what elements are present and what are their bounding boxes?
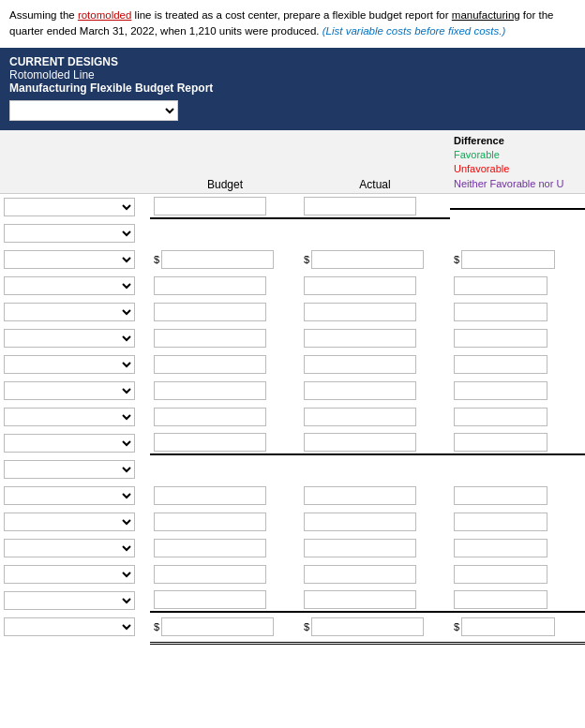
actual-input[interactable]: [304, 565, 416, 584]
dollar-sign: $: [454, 254, 459, 265]
diff-input[interactable]: [454, 513, 548, 531]
actual-input[interactable]: [304, 276, 416, 295]
budget-input[interactable]: [154, 303, 266, 321]
report-header: CURRENT DESIGNS Rotomolded Line Manufact…: [0, 48, 585, 130]
row-category-select[interactable]: [4, 460, 135, 479]
table-row: [0, 535, 585, 561]
row-label-cell: [0, 248, 150, 271]
row-category-select[interactable]: [4, 513, 135, 531]
budget-input[interactable]: [154, 539, 266, 557]
budget-col-header: Budget: [150, 178, 300, 191]
budget-cell: $: [150, 248, 300, 271]
table-row: [0, 483, 585, 509]
budget-table: $ $ $: [0, 194, 585, 645]
budget-input[interactable]: [154, 486, 266, 505]
row-category-select[interactable]: [4, 276, 135, 295]
diff-input[interactable]: [454, 355, 548, 374]
budget-total-input[interactable]: [161, 617, 274, 636]
table-row: [0, 378, 585, 404]
table-row: $ $ $: [0, 246, 585, 273]
period-select[interactable]: [9, 100, 178, 121]
diff-input[interactable]: [454, 408, 548, 426]
actual-input[interactable]: [304, 433, 416, 452]
row-label-cell: [0, 222, 150, 245]
dollar-sign: $: [304, 621, 309, 632]
diff-cell: [450, 231, 585, 235]
rotomolded-keyword: rotomolded: [78, 9, 132, 21]
budget-input[interactable]: [154, 433, 266, 452]
actual-input[interactable]: [304, 408, 416, 426]
table-row: [0, 587, 585, 614]
dollar-sign: $: [154, 621, 159, 632]
diff-input[interactable]: [461, 250, 555, 269]
row-category-select[interactable]: [4, 617, 135, 636]
table-row: [0, 194, 585, 220]
dollar-sign: $: [454, 621, 459, 632]
manufacturing-keyword: manufacturing: [452, 9, 520, 21]
budget-input[interactable]: [154, 329, 266, 348]
row-category-select[interactable]: [4, 408, 135, 426]
dollar-sign: $: [304, 254, 309, 265]
diff-input[interactable]: [454, 565, 548, 584]
table-row: [0, 561, 585, 587]
table-row: [0, 351, 585, 378]
row-category-select[interactable]: [4, 434, 135, 453]
diff-input[interactable]: [454, 329, 548, 348]
budget-input[interactable]: [154, 565, 266, 584]
budget-input[interactable]: [161, 250, 274, 269]
row-label-cell: [0, 196, 150, 218]
diff-input[interactable]: [454, 539, 548, 557]
actual-input[interactable]: [304, 329, 416, 348]
diff-input[interactable]: [454, 276, 548, 295]
actual-input[interactable]: [304, 590, 416, 609]
instruction-italic: (List variable costs before fixed costs.…: [322, 25, 506, 37]
diff-total-input[interactable]: [461, 617, 555, 636]
favorable-label: Favorable: [454, 148, 585, 162]
actual-input[interactable]: [304, 381, 416, 400]
actual-cell: [300, 195, 450, 219]
row-category-select[interactable]: [4, 355, 135, 374]
company-name: CURRENT DESIGNS: [9, 55, 576, 68]
actual-input[interactable]: [311, 250, 424, 269]
row-category-select[interactable]: [4, 591, 135, 610]
actual-input[interactable]: [304, 303, 416, 321]
actual-input[interactable]: [304, 197, 416, 215]
budget-input[interactable]: [154, 513, 266, 531]
row-category-select[interactable]: [4, 329, 135, 348]
actual-input[interactable]: [304, 513, 416, 531]
difference-label: Difference: [454, 134, 585, 148]
row-category-select[interactable]: [4, 224, 135, 243]
actual-input[interactable]: [304, 539, 416, 557]
budget-input[interactable]: [154, 276, 266, 295]
row-category-select[interactable]: [4, 381, 135, 400]
budget-cell: [150, 195, 300, 219]
row-category-select[interactable]: [4, 539, 135, 557]
row-category-select[interactable]: [4, 486, 135, 505]
actual-cell: $: [300, 248, 450, 271]
instructions: Assuming the rotomolded line is treated …: [0, 0, 585, 48]
table-row: [0, 220, 585, 246]
table-row: [0, 404, 585, 430]
diff-input[interactable]: [454, 590, 548, 609]
actual-total-input[interactable]: [311, 617, 424, 636]
budget-input[interactable]: [154, 355, 266, 374]
diff-input[interactable]: [454, 433, 548, 452]
row-category-select[interactable]: [4, 303, 135, 321]
budget-input[interactable]: [154, 197, 266, 215]
diff-input[interactable]: [454, 381, 548, 400]
row-category-select[interactable]: [4, 565, 135, 584]
budget-input[interactable]: [154, 381, 266, 400]
budget-input[interactable]: [154, 408, 266, 426]
row-category-select[interactable]: [4, 198, 135, 216]
actual-input[interactable]: [304, 355, 416, 374]
budget-input[interactable]: [154, 590, 266, 609]
diff-input[interactable]: [454, 303, 548, 321]
row-category-select[interactable]: [4, 250, 135, 269]
table-row: [0, 456, 585, 483]
line-name: Rotomolded Line: [9, 68, 576, 82]
neither-label: Neither Favorable nor U: [454, 177, 585, 191]
actual-input[interactable]: [304, 486, 416, 505]
budget-cell: [150, 231, 300, 235]
diff-input[interactable]: [454, 486, 548, 505]
diff-col-header: Difference Favorable Unfavorable Neither…: [450, 134, 585, 192]
